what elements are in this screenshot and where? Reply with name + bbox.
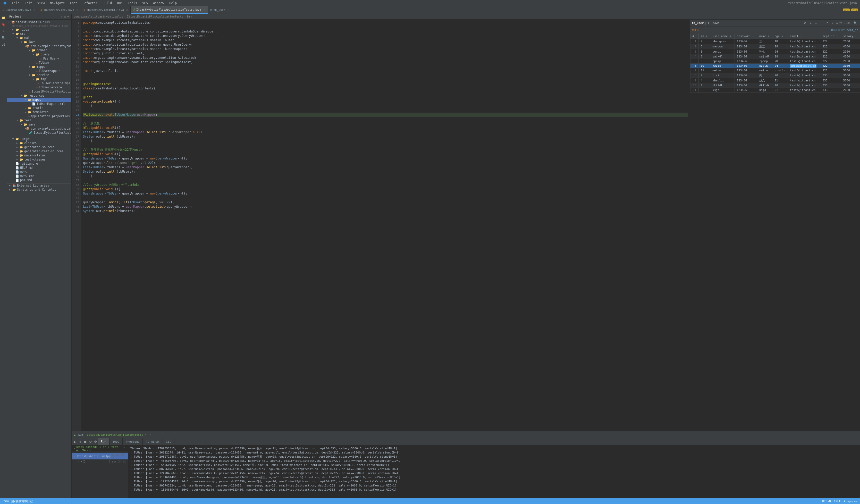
menu-build[interactable]: Build xyxy=(101,1,113,5)
breadcrumb-method[interactable]: B() xyxy=(187,15,192,18)
menu-help[interactable]: Help xyxy=(168,1,178,5)
tab-usermapper[interactable]: J UserMapper.java × xyxy=(0,6,38,14)
tree-classes[interactable]: ▶ 📂 classes xyxy=(7,141,71,145)
tree-test[interactable]: ▼ 📂 test xyxy=(7,118,71,123)
menu-code[interactable]: Code xyxy=(69,1,78,5)
git-icon[interactable]: ⎇ xyxy=(1,42,6,47)
db-query-bar[interactable]: WHERE ORDER BY dept_id xyxy=(690,27,860,33)
run-btn-play[interactable]: ▶ xyxy=(73,440,77,444)
tree-src[interactable]: ▼ 📂 src xyxy=(7,32,71,36)
bookmark-icon[interactable]: 🔖 xyxy=(1,21,6,27)
menu-edit[interactable]: Edit xyxy=(24,1,33,5)
menu-refactor[interactable]: Refactor xyxy=(82,1,98,5)
table-row[interactable]: 7 11 weiro 123456 weiro <null> test5@itc… xyxy=(690,68,860,73)
tree-gen-test-src[interactable]: ▶ 📂 generated-test-sources xyxy=(7,149,71,153)
col-name[interactable]: name ↕ xyxy=(757,34,772,39)
col-salary[interactable]: salary ↕ xyxy=(841,34,860,39)
col-deptid[interactable]: dept_id ↕ xyxy=(820,34,841,39)
tree-query[interactable]: ▼ 📂 query xyxy=(7,52,71,56)
menu-window[interactable]: Window xyxy=(152,1,165,5)
run-btn-rerun[interactable]: ↺ xyxy=(88,440,93,444)
tree-impl[interactable]: ▼ 📂 impl xyxy=(7,77,71,81)
col-age[interactable]: age ↕ xyxy=(772,34,788,39)
menu-navigate[interactable]: Navigate xyxy=(49,1,66,5)
db-delete-btn[interactable]: − xyxy=(814,21,818,25)
bottom-tab-run[interactable]: Run xyxy=(98,438,110,445)
table-row[interactable]: 8 2 lisi 123456 丙 20 test2@itcast.cn 333… xyxy=(690,73,860,78)
tab-close-usermapper[interactable]: × xyxy=(33,9,35,11)
code-text[interactable]: package com.example.itcastmybatisplus; i… xyxy=(81,19,690,431)
run-close[interactable]: × xyxy=(150,433,151,436)
run-btn-settings[interactable]: ⚙ xyxy=(93,440,98,444)
db-table[interactable]: # id ↕ user_name ↕ password ↕ name ↕ age… xyxy=(690,33,860,431)
col-password[interactable]: password ↕ xyxy=(734,34,757,39)
tree-package[interactable]: ▼ 📦 com.example.itcastmybatisplus xyxy=(7,44,71,48)
project-icon[interactable]: 📁 xyxy=(1,15,6,20)
tree-mvnwcmd[interactable]: 📄 mvnw.cmd xyxy=(7,174,71,178)
menu-view[interactable]: View xyxy=(36,1,46,5)
col-username[interactable]: user_name ↕ xyxy=(710,34,734,39)
tree-mapper-pkg[interactable]: ▼ 📂 mapper xyxy=(7,65,71,69)
col-email[interactable]: email ↕ xyxy=(788,34,820,39)
run-icon[interactable]: ▶ xyxy=(74,433,76,437)
tree-static[interactable]: ▶ 📂 static xyxy=(7,106,71,110)
tree-mvnw[interactable]: 📄 mvnw xyxy=(7,170,71,174)
tree-application[interactable]: ☕ ItcastMybatisPlusApplication xyxy=(7,89,71,93)
tree-templates[interactable]: ▶ 📂 templates xyxy=(7,110,71,114)
col-id[interactable]: id ↕ xyxy=(699,34,710,39)
test-tree-app[interactable]: ✓ ItcastMybatisPlusApp 1 sec 94 ms xyxy=(72,453,128,459)
tree-serviceimpl[interactable]: ☕ TbUserServiceImpl xyxy=(7,81,71,85)
tree-test-classes[interactable]: ▶ 📂 test-classes xyxy=(7,157,71,161)
table-row[interactable]: 2 3 wangwu 123456 王五 28 test3@itcast.cn … xyxy=(690,44,860,49)
tree-ext-libs[interactable]: ▶ 📚 External Libraries xyxy=(7,184,71,188)
menu-tools[interactable]: Tools xyxy=(127,1,138,5)
menu-file[interactable]: File xyxy=(11,1,20,5)
breadcrumb-package[interactable]: com.example.itcastmybatisplus xyxy=(74,15,123,18)
tree-java[interactable]: ▼ 📂 java xyxy=(7,40,71,44)
search-icon[interactable]: 🔍 xyxy=(1,35,6,41)
tab-close-tests[interactable]: × xyxy=(203,8,205,11)
tree-tbuser[interactable]: ☕ TbUser xyxy=(7,60,71,65)
tree-test-java[interactable]: ▼ 📂 java xyxy=(7,123,71,127)
tree-tbuserservice[interactable]: ☕ TbUserService xyxy=(7,85,71,89)
tree-main[interactable]: ▼ 📂 main xyxy=(7,36,71,40)
tab-dbview[interactable]: ⊞ tb_user × xyxy=(208,6,232,14)
db-commit-btn[interactable]: ↑ xyxy=(819,21,823,25)
tree-maven-status[interactable]: ▶ 📂 maven-status xyxy=(7,153,71,157)
tab-close-tbuserservice[interactable]: × xyxy=(76,9,78,11)
tree-pomxml[interactable]: 📄 pom.xml xyxy=(7,178,71,182)
bottom-tab-problems[interactable]: Problems xyxy=(123,438,143,445)
table-row[interactable]: 9 4 zhaoliu 123456 赵六 21 test4@itcast.cn… xyxy=(690,78,860,83)
table-row[interactable]: 11 9 ksjd 123456 ksjd 21 test4@itcast.cn… xyxy=(690,88,860,92)
db-refresh-btn[interactable]: ⟳ xyxy=(803,21,807,25)
tree-tbusermapper[interactable]: ☕ TbUserMapper xyxy=(7,69,71,73)
tree-userquery[interactable]: ☕ UserQuery xyxy=(7,56,71,60)
table-row[interactable]: 10 7 dkfldk 123456 dkfldk 20 test2@itcas… xyxy=(690,83,860,88)
table-row[interactable]: 4 6 sajkdl 123456 sajkdl 18 test1@itcast… xyxy=(690,54,860,59)
tree-helpmd[interactable]: 📄 HELP.md xyxy=(7,166,71,170)
tab-tbuserservice[interactable]: J TbUserService.java × xyxy=(38,6,81,14)
console-output[interactable]: TbUser [Hash = -1789352515, id=4, userNa… xyxy=(128,446,860,498)
table-row[interactable]: 6 10 kzzlk 123456 kzzlk 24 test5@itcast.… xyxy=(690,64,860,68)
db-rollback-btn[interactable]: ↩ xyxy=(824,21,829,25)
tree-idea[interactable]: ▶ 📂 .idea xyxy=(7,28,71,32)
run-btn-pause[interactable]: ⏸ xyxy=(78,440,83,444)
tab-close-dbview[interactable]: × xyxy=(228,9,229,11)
db-filter-btn[interactable]: 🔍 xyxy=(852,21,858,25)
tab-tests-active[interactable]: J ItcastMybatisPlusApplicationTests.java… xyxy=(131,6,207,14)
tree-test-package[interactable]: ▼ 📦 com.example.itcastmybatisplus xyxy=(7,127,71,131)
tree-resources[interactable]: ▼ 📂 resources xyxy=(7,93,71,98)
tree-domain[interactable]: ▼ 📂 domain xyxy=(7,48,71,52)
test-tree-n[interactable]: ✓ N() 1 sec 34 ms xyxy=(72,459,128,464)
tree-mapper-res[interactable]: ▼ 📂 mapper xyxy=(7,98,71,102)
table-row[interactable]: 3 5 sunqi 123456 孙七 24 test5@itcast.cn 2… xyxy=(690,49,860,54)
tree-root[interactable]: ▼ 📦 itcast-mybatis-plus xyxy=(7,20,71,24)
menu-run[interactable]: Run xyxy=(116,1,124,5)
tree-target[interactable]: ▼ 📂 target xyxy=(7,137,71,141)
bottom-tab-todo[interactable]: TODO xyxy=(110,438,123,445)
menu-vcs[interactable]: VCS xyxy=(141,1,149,5)
structure-icon[interactable]: ≡ xyxy=(1,28,6,34)
code-content-area[interactable]: 12345 678910 11121314 15▶ 1617 18▶ 19202… xyxy=(72,19,690,431)
breadcrumb-class[interactable]: ItcastMybatisPlusApplicationTests xyxy=(127,15,184,18)
tree-application-prop[interactable]: ⚙ application.properties xyxy=(7,114,71,118)
